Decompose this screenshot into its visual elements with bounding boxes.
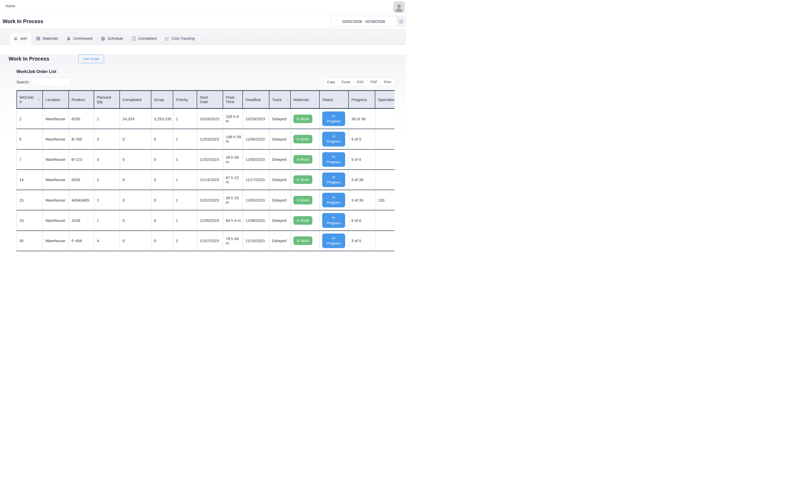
cell-product: 8293 (69, 170, 94, 190)
column-header-id[interactable]: WO/Job #↑↓ (16, 90, 43, 109)
column-header-progress[interactable]: Progress↑↓ (349, 90, 375, 109)
column-header-operation[interactable]: Operations↑↓ (375, 90, 395, 109)
column-label: Location (45, 97, 60, 102)
search-input[interactable] (32, 78, 71, 86)
date-picker-button[interactable] (396, 16, 406, 27)
cell-start_date: 11/05/2023 (197, 210, 223, 231)
status-badge[interactable]: In Progress (322, 234, 345, 248)
column-header-track[interactable]: Track↑↓ (270, 90, 291, 109)
calendar-check-icon (131, 36, 136, 41)
pdf-button[interactable]: PDF (367, 78, 381, 86)
table-row: 2Warehouse8293124,3243,253,235110/26/202… (16, 109, 395, 129)
cell-priority: 1 (173, 170, 197, 190)
column-header-start_date[interactable]: Start Date↑↓ (197, 90, 223, 109)
cell-progress: 39 of 39 (349, 109, 375, 129)
cell-status: In Progress (320, 231, 349, 251)
cell-start_date: 11/08/2023 (197, 251, 223, 252)
cell-location: Warehouse (43, 210, 69, 231)
cell-start_date: 11/07/2023 (197, 231, 223, 251)
tab-unreleased[interactable]: Unreleased (62, 32, 96, 45)
cell-track: Delayed (270, 251, 291, 252)
tab-cost-tracking[interactable]: Cost Tracking (161, 32, 199, 45)
cell-completed: 0 (120, 129, 151, 149)
tab-label: Unreleased (73, 36, 92, 41)
sort-icon: ↑↓ (64, 98, 67, 102)
cell-prod_time: 144 h 1 m (223, 251, 243, 252)
cell-operation (375, 231, 395, 251)
user-avatar[interactable] (393, 1, 405, 13)
cell-track: Delayed (270, 210, 291, 231)
cell-id: 7 (16, 150, 43, 170)
cell-start_date: 10/26/2023 (197, 109, 223, 129)
copy-button[interactable]: Copy (324, 78, 339, 86)
column-header-status[interactable]: Status↑↓ (320, 90, 349, 109)
cell-product: 3109 (69, 210, 94, 231)
tab-materials[interactable]: Materials (32, 32, 62, 45)
column-header-completed[interactable]: Completed↑↓ (120, 90, 151, 109)
cell-id: 36 (16, 251, 43, 252)
sort-icon: ↑↓ (315, 98, 318, 102)
add-order-button[interactable]: Add Order (78, 55, 104, 63)
cell-status: In Progress (320, 150, 349, 170)
cell-location: Warehouse (43, 231, 69, 251)
order-table-container[interactable]: WO/Job #↑↓Location↑↓Product↑↓Planned Qty… (16, 90, 395, 252)
cell-scrap: 0 (151, 170, 173, 190)
sort-icon: ↑↓ (38, 98, 41, 102)
tab-label: WIP (20, 37, 27, 41)
column-header-priority[interactable]: Priority↑↓ (173, 90, 197, 109)
column-header-planned_qty[interactable]: Planned Qty↑↓ (94, 90, 120, 109)
order-list-title: Work/Job Order List (16, 69, 395, 74)
status-badge[interactable]: In Progress (322, 152, 345, 167)
tab-schedule[interactable]: Schedule (96, 32, 127, 45)
tab-label: Schedule (107, 36, 123, 41)
status-badge[interactable]: In Progress (322, 132, 345, 146)
column-header-scrap[interactable]: Scrap↑↓ (151, 90, 173, 109)
table-row: 19Warehouse3109100111/05/202384 h 4 m11/… (16, 210, 395, 231)
person-icon (394, 2, 404, 13)
cell-planned_qty: 3 (94, 129, 120, 149)
table-row: 36WarehouseAS-678200211/08/2023144 h 1 m… (16, 251, 395, 252)
sort-icon: ↑↓ (370, 98, 373, 102)
column-label: Scrap (154, 97, 164, 102)
cell-prod_time: 148 h 39 m (223, 129, 243, 149)
sort-icon: ↑↓ (146, 98, 149, 102)
sort-icon: ↑↓ (286, 98, 289, 102)
search-label: Search: (16, 80, 29, 84)
cell-track: Delayed (270, 170, 291, 190)
column-label: Track (272, 97, 282, 102)
cell-operation (375, 129, 395, 149)
column-header-deadline[interactable]: Deadline↑↓ (243, 90, 270, 109)
tab-wip[interactable]: WIP (9, 32, 32, 45)
column-label: Deadline (246, 97, 261, 102)
status-badge[interactable]: In Progress (322, 193, 345, 207)
column-header-materials[interactable]: Materials↑↓ (291, 90, 320, 109)
status-badge[interactable]: In Progress (322, 173, 345, 187)
status-badge[interactable]: In Progress (322, 213, 345, 228)
tab-completed[interactable]: Completed (127, 32, 161, 45)
breadcrumb-home-link[interactable]: Home (5, 4, 15, 8)
sort-icon: ↑↓ (115, 98, 118, 102)
tab-label: Materials (43, 36, 58, 41)
cell-completed: 24,324 (120, 109, 151, 129)
date-range-input[interactable] (331, 16, 396, 27)
cell-product: B-123 (69, 150, 94, 170)
cell-scrap: 3,253,235 (151, 109, 173, 129)
print-button[interactable]: Print (381, 78, 395, 86)
export-button-group: Copy Excel CSV PDF Print (324, 78, 395, 86)
cell-track: Delayed (270, 150, 291, 170)
materials-badge: In Stock (293, 135, 312, 143)
excel-button[interactable]: Excel (338, 78, 354, 86)
csv-button[interactable]: CSV (353, 78, 367, 86)
column-header-prod_time[interactable]: Prod. Time↑↓ (223, 90, 243, 109)
cell-materials: In Stock (291, 190, 320, 210)
column-header-product[interactable]: Product↑↓ (69, 90, 94, 109)
cell-id: 19 (16, 210, 43, 231)
cell-product: B-789 (69, 129, 94, 149)
cell-completed: 0 (120, 190, 151, 210)
table-row: 35WarehouseP-456400311/07/202379 h 45 m1… (16, 231, 395, 251)
column-header-location[interactable]: Location↑↓ (43, 90, 69, 109)
cell-prod_time: 26 h 56 m (223, 150, 243, 170)
cell-planned_qty: 3 (94, 150, 120, 170)
tab-label: Completed (138, 36, 156, 41)
status-badge[interactable]: In Progress (322, 111, 345, 126)
